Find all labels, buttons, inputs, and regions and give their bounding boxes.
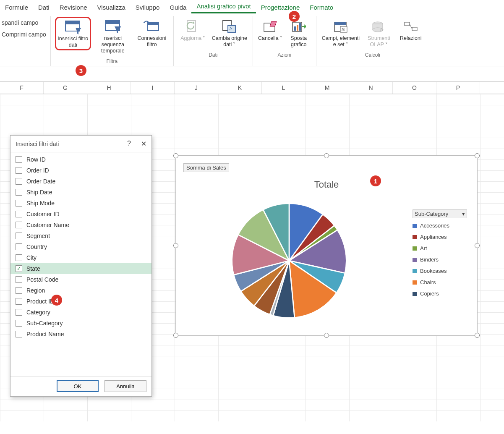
slicer-field-item[interactable]: Order ID [10,165,151,176]
resize-handle[interactable] [324,333,329,338]
checkbox-icon[interactable] [16,298,22,305]
checkbox-icon[interactable] [16,233,22,239]
slicer-field-label: Category [26,309,50,316]
column-header[interactable]: J [175,82,218,94]
clear-label: Cancella [258,35,282,42]
change-source-label: Cambia origine dati [212,35,248,48]
tab-guida[interactable]: Guida [165,1,191,13]
checkbox-icon[interactable] [16,243,22,250]
column-header[interactable]: L [262,82,306,94]
resize-handle[interactable] [173,333,178,338]
pie-chart [226,198,352,325]
tab-revisione[interactable]: Revisione [55,1,92,13]
checkbox-icon[interactable] [16,222,22,228]
column-header[interactable]: K [218,82,262,94]
resize-handle[interactable] [173,153,178,158]
column-header[interactable]: O [393,82,436,94]
tab-formule[interactable]: Formule [0,1,33,13]
olap-icon: fx [372,18,386,35]
slicer-field-label: Row ID [26,156,46,163]
slicer-field-item[interactable]: Order Date [10,176,151,187]
resize-handle[interactable] [475,333,480,338]
checkbox-icon[interactable] [16,167,22,174]
slicer-field-item[interactable]: Product Name [10,329,151,340]
slicer-field-item[interactable]: Country [10,241,151,252]
slicer-field-item[interactable]: Postal Code [10,274,151,285]
pivot-chart[interactable]: Somma di Sales Totale Sub-Category ▾ Acc… [175,155,478,336]
tab-visualizza[interactable]: Visualizza [92,1,131,13]
legend-swatch [413,258,417,262]
checkbox-icon[interactable] [16,287,22,294]
chart-title: Totale [176,179,477,190]
ok-button[interactable]: OK [57,380,99,392]
column-header[interactable]: H [87,82,131,94]
move-chart-button[interactable]: Sposta grafico [286,17,312,50]
olap-tools-button: fx Strumenti OLAP [363,17,394,50]
resize-handle[interactable] [173,243,178,248]
column-header[interactable]: P [436,82,480,94]
slicer-field-item[interactable]: Sub-Category [10,318,151,329]
checkbox-icon[interactable] [16,211,22,217]
slicer-field-label: Order ID [26,167,49,174]
svg-rect-22 [405,22,410,26]
column-header[interactable]: G [44,82,87,94]
cancel-button[interactable]: Annulla [104,380,146,392]
slicer-field-item[interactable]: Segment [10,230,151,241]
slicer-field-item[interactable]: City [10,252,151,263]
slicer-field-item[interactable]: Ship Mode [10,198,151,209]
help-icon[interactable]: ? [127,140,131,148]
slicer-field-list[interactable]: Row IDOrder IDOrder DateShip DateShip Mo… [10,152,151,377]
collapse-field-cmd[interactable]: Comprimi campo [2,31,46,38]
checkbox-icon[interactable] [16,200,22,207]
slicer-field-item[interactable]: Region [10,285,151,296]
checkbox-icon[interactable] [16,276,22,283]
dialog-title: Inserisci filtri dati [16,141,59,147]
slicer-field-item[interactable]: Category [10,307,151,318]
column-header[interactable]: F [0,82,44,94]
insert-timeline-button[interactable]: nserisci sequenza temporale [94,17,132,56]
svg-rect-1 [65,21,80,24]
svg-rect-13 [299,23,301,31]
slicer-field-item[interactable]: Customer ID [10,209,151,220]
relationships-button[interactable]: Relazioni [397,17,425,43]
slicer-field-label: Order Date [26,178,55,185]
resize-handle[interactable] [324,153,329,158]
legend-swatch [413,280,417,285]
legend-label: Binders [420,256,439,263]
tab-formato[interactable]: Formato [305,1,338,13]
checkbox-icon[interactable] [16,189,22,196]
column-header[interactable]: M [306,82,349,94]
clear-button[interactable]: Cancella [257,17,283,43]
expand-field-cmd[interactable]: spandi campo [2,19,46,26]
checkbox-icon[interactable] [16,320,22,327]
resize-handle[interactable] [475,153,480,158]
checkbox-icon[interactable] [16,309,22,316]
ribbon-group-dati: Aggiorna Cambia origine dati Dati [174,16,253,66]
tab-analisi-grafico-pivot[interactable]: Analisi grafico pivot [191,0,256,13]
resize-handle[interactable] [475,243,480,248]
checkbox-icon[interactable] [16,156,22,163]
column-header[interactable]: I [131,82,175,94]
chart-legend-field-button[interactable]: Sub-Category ▾ [413,209,467,218]
slicer-field-item[interactable]: Row ID [10,154,151,165]
tab-sviluppo[interactable]: Sviluppo [131,1,165,13]
tab-dati[interactable]: Dati [33,1,55,13]
filter-connections-button[interactable]: Connessioni filtro [135,17,169,50]
checkbox-icon[interactable] [16,178,22,185]
close-icon[interactable]: ✕ [141,140,146,148]
checkbox-icon[interactable] [16,254,22,261]
slicer-field-label: Region [26,287,45,294]
column-header[interactable]: N [349,82,393,94]
slicer-field-item[interactable]: Ship Date [10,187,151,198]
fields-items-sets-button[interactable]: fx Campi, elementi e set [321,17,361,50]
change-data-source-button[interactable]: Cambia origine dati [211,17,248,50]
insert-slicer-button[interactable]: Inserisci filtro dati [55,17,91,50]
legend-item: Appliances [413,234,467,240]
slicer-field-item[interactable]: ✓State [10,263,151,274]
slicer-field-item[interactable]: Product ID [10,296,151,307]
chart-value-field-button[interactable]: Somma di Sales [183,163,229,172]
ribbon-toolbar: spandi campo Comprimi campo Inserisci fi… [0,14,504,66]
slicer-field-item[interactable]: Customer Name [10,220,151,230]
checkbox-icon[interactable] [16,331,22,337]
checkbox-icon[interactable]: ✓ [16,265,22,272]
